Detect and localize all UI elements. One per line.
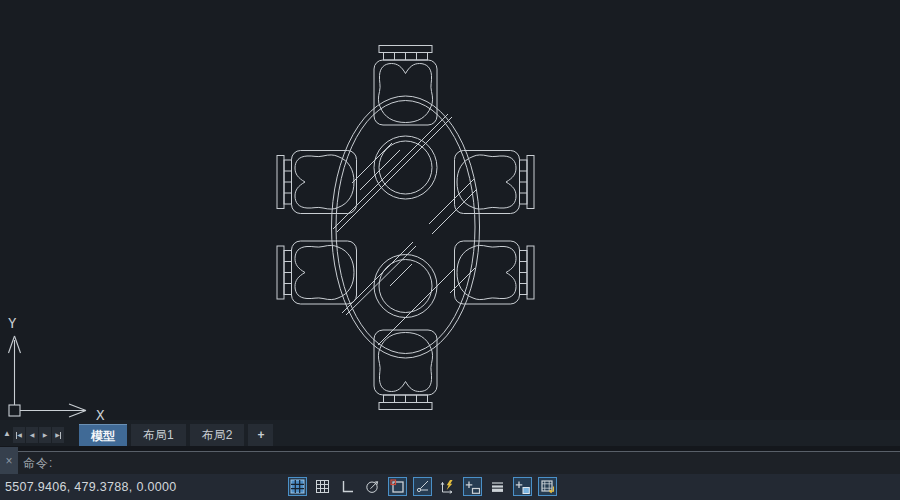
chair-entity[interactable] bbox=[455, 151, 535, 214]
chair-entity[interactable] bbox=[374, 330, 437, 410]
layout-tabbar: ▲ ◀◀▶▶ 模型布局1布局2+ bbox=[0, 420, 900, 446]
place-setting-entity[interactable] bbox=[374, 255, 437, 318]
next-tab-button[interactable]: ▶ bbox=[39, 427, 51, 443]
object-snap-icon[interactable] bbox=[388, 477, 407, 496]
last-tab-button[interactable]: ▶ bbox=[52, 427, 64, 443]
annotation-monitor-icon[interactable] bbox=[538, 477, 557, 496]
command-close-button[interactable]: × bbox=[0, 447, 18, 474]
table-chairs-drawing[interactable]: YX bbox=[0, 0, 900, 420]
polar-tracking-icon[interactable] bbox=[363, 477, 382, 496]
ortho-mode-icon[interactable] bbox=[338, 477, 357, 496]
tabbar-expand-icon[interactable]: ▲ bbox=[1, 423, 13, 443]
object-snap-tracking-icon[interactable] bbox=[413, 477, 432, 496]
ucs-icon: YX bbox=[8, 315, 105, 420]
lineweight-icon[interactable] bbox=[488, 477, 507, 496]
command-prompt: 命令: bbox=[23, 455, 53, 472]
ucs-axis-label: Y bbox=[8, 315, 17, 331]
cad-application-window: { "colors": { "canvas_bg": "#181c22", "l… bbox=[0, 0, 900, 500]
status-bar: 5507.9406, 479.3788, 0.0000 bbox=[0, 474, 900, 500]
prev-tab-button[interactable]: ◀ bbox=[26, 427, 38, 443]
model-space-viewport[interactable]: YX bbox=[0, 0, 900, 420]
dynamic-ucs-icon[interactable] bbox=[438, 477, 457, 496]
quick-properties-icon[interactable] bbox=[513, 477, 532, 496]
layout-tabs: 模型布局1布局2+ bbox=[79, 424, 277, 446]
tab-new-layout[interactable]: + bbox=[248, 424, 273, 446]
status-toggle-icons bbox=[288, 477, 557, 496]
coordinate-readout: 5507.9406, 479.3788, 0.0000 bbox=[5, 480, 176, 494]
napkin-lines-entity[interactable] bbox=[333, 114, 477, 345]
chair-entity[interactable] bbox=[374, 46, 437, 126]
tab-layout1[interactable]: 布局1 bbox=[131, 424, 186, 446]
tab-model[interactable]: 模型 bbox=[79, 424, 127, 447]
tab-layout2[interactable]: 布局2 bbox=[190, 424, 245, 446]
dining-table-entity[interactable] bbox=[332, 96, 480, 358]
dynamic-input-icon[interactable] bbox=[463, 477, 482, 496]
chair-entity[interactable] bbox=[277, 151, 357, 214]
ucs-axis-label: X bbox=[96, 407, 105, 420]
chair-entity[interactable] bbox=[455, 241, 535, 304]
command-line[interactable]: × 命令: bbox=[0, 451, 900, 475]
place-setting-entity[interactable] bbox=[374, 136, 437, 199]
chair-entity[interactable] bbox=[277, 241, 357, 304]
tab-nav-buttons: ◀◀▶▶ bbox=[13, 427, 65, 446]
first-tab-button[interactable]: ◀ bbox=[13, 427, 25, 443]
snap-mode-icon[interactable] bbox=[313, 477, 332, 496]
grid-display-icon[interactable] bbox=[288, 477, 307, 496]
